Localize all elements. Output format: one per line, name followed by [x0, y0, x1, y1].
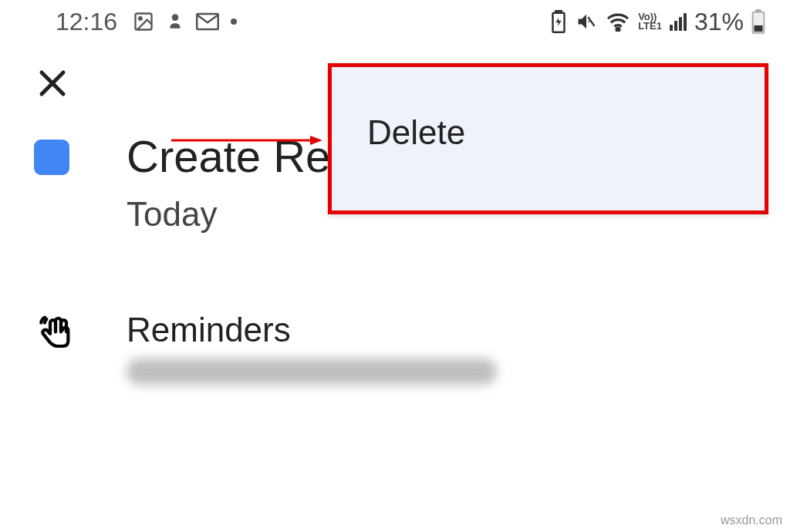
wifi-icon: [606, 12, 630, 32]
svg-rect-11: [754, 25, 762, 32]
svg-rect-6: [555, 10, 562, 13]
svg-point-2: [172, 14, 179, 21]
watermark: wsxdn.com: [721, 513, 782, 527]
svg-marker-15: [310, 136, 322, 145]
svg-point-1: [139, 17, 142, 20]
reminder-color-square: [34, 140, 69, 175]
battery-icon: [751, 9, 765, 34]
volte-indicator: Vo)) LTE1: [638, 12, 662, 30]
volte-line2: LTE1: [638, 22, 662, 31]
status-time: 12:16: [56, 8, 117, 36]
battery-percent: 31%: [694, 8, 744, 36]
reminder-hand-icon: [34, 314, 77, 357]
person-icon: [165, 12, 185, 32]
arrow-annotation: [171, 133, 326, 151]
delete-menu-item[interactable]: Delete: [367, 113, 765, 152]
section-label: Reminders: [127, 311, 497, 349]
image-icon: [133, 11, 154, 32]
close-icon[interactable]: [34, 65, 71, 109]
svg-rect-10: [755, 9, 761, 12]
battery-saver-icon: [550, 10, 567, 33]
status-bar-right: Vo)) LTE1 31%: [550, 8, 765, 36]
menu-popup: Delete: [328, 63, 768, 214]
svg-point-8: [616, 28, 620, 31]
section-text-column: Reminders: [127, 311, 497, 385]
status-bar-left: 12:16: [56, 8, 238, 36]
mute-icon: [575, 11, 598, 32]
dot-icon: [230, 18, 238, 25]
blurred-email: [127, 359, 497, 385]
signal-bars-icon: [670, 13, 687, 31]
gmail-icon: [196, 12, 219, 31]
svg-point-4: [231, 19, 237, 25]
reminders-section: Reminders: [0, 234, 790, 385]
status-bar: 12:16 Vo)) LTE1: [0, 0, 790, 43]
